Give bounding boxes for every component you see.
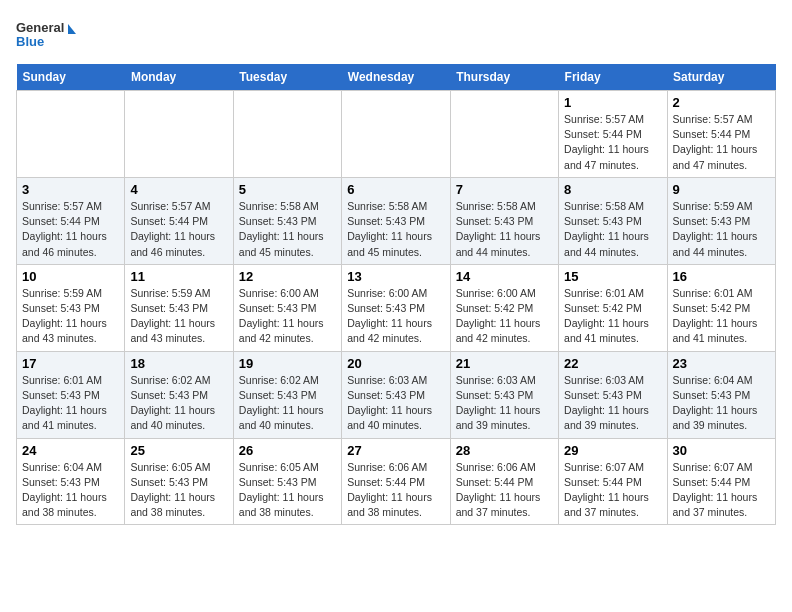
day-info: Sunrise: 6:01 AMSunset: 5:42 PMDaylight:… <box>673 286 770 347</box>
day-info: Sunrise: 5:58 AMSunset: 5:43 PMDaylight:… <box>347 199 444 260</box>
day-info: Sunrise: 5:58 AMSunset: 5:43 PMDaylight:… <box>456 199 553 260</box>
day-info: Sunrise: 6:00 AMSunset: 5:43 PMDaylight:… <box>239 286 336 347</box>
calendar-cell: 10Sunrise: 5:59 AMSunset: 5:43 PMDayligh… <box>17 264 125 351</box>
svg-text:General: General <box>16 20 64 35</box>
calendar-week-row: 17Sunrise: 6:01 AMSunset: 5:43 PMDayligh… <box>17 351 776 438</box>
day-number: 27 <box>347 443 444 458</box>
day-info: Sunrise: 5:57 AMSunset: 5:44 PMDaylight:… <box>564 112 661 173</box>
day-info: Sunrise: 6:01 AMSunset: 5:42 PMDaylight:… <box>564 286 661 347</box>
calendar-cell: 1Sunrise: 5:57 AMSunset: 5:44 PMDaylight… <box>559 91 667 178</box>
calendar-cell: 22Sunrise: 6:03 AMSunset: 5:43 PMDayligh… <box>559 351 667 438</box>
day-number: 23 <box>673 356 770 371</box>
day-number: 12 <box>239 269 336 284</box>
calendar-week-row: 1Sunrise: 5:57 AMSunset: 5:44 PMDaylight… <box>17 91 776 178</box>
weekday-header: Tuesday <box>233 64 341 91</box>
day-number: 11 <box>130 269 227 284</box>
day-number: 28 <box>456 443 553 458</box>
weekday-header: Friday <box>559 64 667 91</box>
calendar-cell: 3Sunrise: 5:57 AMSunset: 5:44 PMDaylight… <box>17 177 125 264</box>
calendar-cell: 15Sunrise: 6:01 AMSunset: 5:42 PMDayligh… <box>559 264 667 351</box>
day-number: 25 <box>130 443 227 458</box>
header-row: SundayMondayTuesdayWednesdayThursdayFrid… <box>17 64 776 91</box>
calendar-cell: 24Sunrise: 6:04 AMSunset: 5:43 PMDayligh… <box>17 438 125 525</box>
calendar-cell: 14Sunrise: 6:00 AMSunset: 5:42 PMDayligh… <box>450 264 558 351</box>
day-number: 14 <box>456 269 553 284</box>
calendar-cell: 2Sunrise: 5:57 AMSunset: 5:44 PMDaylight… <box>667 91 775 178</box>
calendar-cell: 12Sunrise: 6:00 AMSunset: 5:43 PMDayligh… <box>233 264 341 351</box>
calendar-cell: 9Sunrise: 5:59 AMSunset: 5:43 PMDaylight… <box>667 177 775 264</box>
weekday-header: Wednesday <box>342 64 450 91</box>
day-info: Sunrise: 5:59 AMSunset: 5:43 PMDaylight:… <box>22 286 119 347</box>
day-info: Sunrise: 6:07 AMSunset: 5:44 PMDaylight:… <box>673 460 770 521</box>
calendar-cell: 6Sunrise: 5:58 AMSunset: 5:43 PMDaylight… <box>342 177 450 264</box>
day-info: Sunrise: 5:59 AMSunset: 5:43 PMDaylight:… <box>130 286 227 347</box>
logo-icon: General Blue <box>16 16 76 56</box>
day-number: 21 <box>456 356 553 371</box>
day-info: Sunrise: 5:59 AMSunset: 5:43 PMDaylight:… <box>673 199 770 260</box>
weekday-header: Monday <box>125 64 233 91</box>
day-number: 19 <box>239 356 336 371</box>
calendar-cell: 18Sunrise: 6:02 AMSunset: 5:43 PMDayligh… <box>125 351 233 438</box>
day-info: Sunrise: 6:04 AMSunset: 5:43 PMDaylight:… <box>22 460 119 521</box>
day-number: 24 <box>22 443 119 458</box>
day-number: 6 <box>347 182 444 197</box>
calendar-cell: 4Sunrise: 5:57 AMSunset: 5:44 PMDaylight… <box>125 177 233 264</box>
calendar-cell: 30Sunrise: 6:07 AMSunset: 5:44 PMDayligh… <box>667 438 775 525</box>
calendar-cell <box>450 91 558 178</box>
logo: General Blue <box>16 16 76 56</box>
day-info: Sunrise: 6:05 AMSunset: 5:43 PMDaylight:… <box>130 460 227 521</box>
day-number: 2 <box>673 95 770 110</box>
day-info: Sunrise: 6:06 AMSunset: 5:44 PMDaylight:… <box>347 460 444 521</box>
calendar-week-row: 24Sunrise: 6:04 AMSunset: 5:43 PMDayligh… <box>17 438 776 525</box>
day-info: Sunrise: 6:06 AMSunset: 5:44 PMDaylight:… <box>456 460 553 521</box>
day-number: 17 <box>22 356 119 371</box>
day-info: Sunrise: 6:01 AMSunset: 5:43 PMDaylight:… <box>22 373 119 434</box>
svg-text:Blue: Blue <box>16 34 44 49</box>
page-header: General Blue <box>16 16 776 56</box>
calendar-cell: 5Sunrise: 5:58 AMSunset: 5:43 PMDaylight… <box>233 177 341 264</box>
calendar-cell <box>342 91 450 178</box>
day-number: 18 <box>130 356 227 371</box>
calendar-cell <box>233 91 341 178</box>
day-number: 8 <box>564 182 661 197</box>
weekday-header: Saturday <box>667 64 775 91</box>
day-number: 7 <box>456 182 553 197</box>
day-number: 1 <box>564 95 661 110</box>
svg-marker-2 <box>68 24 76 34</box>
day-info: Sunrise: 5:57 AMSunset: 5:44 PMDaylight:… <box>130 199 227 260</box>
day-number: 20 <box>347 356 444 371</box>
day-number: 15 <box>564 269 661 284</box>
calendar-cell: 27Sunrise: 6:06 AMSunset: 5:44 PMDayligh… <box>342 438 450 525</box>
calendar-cell: 26Sunrise: 6:05 AMSunset: 5:43 PMDayligh… <box>233 438 341 525</box>
day-number: 16 <box>673 269 770 284</box>
day-info: Sunrise: 6:00 AMSunset: 5:43 PMDaylight:… <box>347 286 444 347</box>
day-number: 5 <box>239 182 336 197</box>
day-info: Sunrise: 6:00 AMSunset: 5:42 PMDaylight:… <box>456 286 553 347</box>
calendar-cell: 28Sunrise: 6:06 AMSunset: 5:44 PMDayligh… <box>450 438 558 525</box>
calendar-cell: 7Sunrise: 5:58 AMSunset: 5:43 PMDaylight… <box>450 177 558 264</box>
calendar-cell: 19Sunrise: 6:02 AMSunset: 5:43 PMDayligh… <box>233 351 341 438</box>
calendar-cell: 20Sunrise: 6:03 AMSunset: 5:43 PMDayligh… <box>342 351 450 438</box>
day-number: 22 <box>564 356 661 371</box>
day-number: 9 <box>673 182 770 197</box>
day-number: 30 <box>673 443 770 458</box>
calendar-cell: 11Sunrise: 5:59 AMSunset: 5:43 PMDayligh… <box>125 264 233 351</box>
calendar-cell: 29Sunrise: 6:07 AMSunset: 5:44 PMDayligh… <box>559 438 667 525</box>
day-info: Sunrise: 6:03 AMSunset: 5:43 PMDaylight:… <box>564 373 661 434</box>
calendar-cell: 23Sunrise: 6:04 AMSunset: 5:43 PMDayligh… <box>667 351 775 438</box>
day-number: 4 <box>130 182 227 197</box>
day-info: Sunrise: 5:57 AMSunset: 5:44 PMDaylight:… <box>22 199 119 260</box>
weekday-header: Sunday <box>17 64 125 91</box>
day-number: 10 <box>22 269 119 284</box>
calendar-week-row: 3Sunrise: 5:57 AMSunset: 5:44 PMDaylight… <box>17 177 776 264</box>
calendar-cell <box>125 91 233 178</box>
day-info: Sunrise: 6:03 AMSunset: 5:43 PMDaylight:… <box>456 373 553 434</box>
calendar-cell: 25Sunrise: 6:05 AMSunset: 5:43 PMDayligh… <box>125 438 233 525</box>
day-number: 29 <box>564 443 661 458</box>
calendar-cell: 21Sunrise: 6:03 AMSunset: 5:43 PMDayligh… <box>450 351 558 438</box>
day-info: Sunrise: 6:05 AMSunset: 5:43 PMDaylight:… <box>239 460 336 521</box>
day-info: Sunrise: 5:58 AMSunset: 5:43 PMDaylight:… <box>564 199 661 260</box>
weekday-header: Thursday <box>450 64 558 91</box>
day-info: Sunrise: 6:02 AMSunset: 5:43 PMDaylight:… <box>130 373 227 434</box>
calendar-cell: 17Sunrise: 6:01 AMSunset: 5:43 PMDayligh… <box>17 351 125 438</box>
